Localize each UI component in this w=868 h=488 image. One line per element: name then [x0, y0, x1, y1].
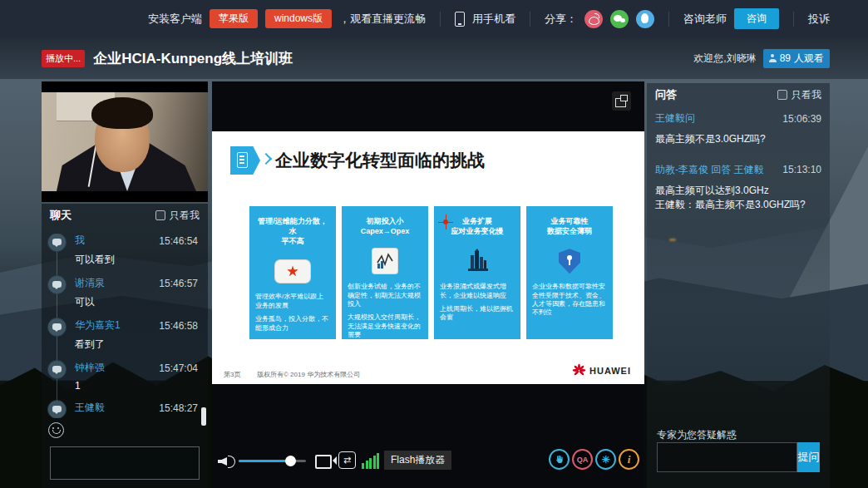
signal-strength-icon: [362, 452, 382, 469]
chat-timestamp: 15:48:27: [159, 402, 198, 414]
volume-slider-thumb[interactable]: [285, 456, 296, 466]
share-qq-icon[interactable]: [636, 10, 654, 28]
target-crosshair-icon: [440, 216, 451, 228]
watch-on-mobile-link[interactable]: 用手机看: [472, 12, 515, 27]
only-me-label: 只看我: [792, 88, 821, 102]
question-input[interactable]: [657, 442, 797, 472]
qa-asker-name: 王健毅问: [655, 111, 695, 126]
chat-input[interactable]: [50, 446, 200, 480]
presenter-webcam-video: [42, 81, 208, 202]
chat-header: 聊天 只看我: [42, 204, 208, 227]
chat-only-me-toggle[interactable]: 只看我: [155, 209, 200, 223]
share-wechat-icon[interactable]: [610, 10, 629, 28]
chat-message: 华为嘉宾115:46:58 看到了: [42, 318, 208, 352]
apple-version-button[interactable]: 苹果版: [210, 9, 258, 28]
divider: [530, 12, 530, 27]
chat-timestamp: 15:46:54: [159, 235, 198, 247]
security-shield-icon: [559, 249, 580, 274]
card-paragraph: 大规模投入交付周期长，无法满足业务快速变化的需要: [348, 313, 422, 339]
card-title-line: 业务扩展: [462, 217, 492, 225]
slide-page-number: 第3页: [224, 370, 240, 379]
qa-ask-row: 提问: [657, 442, 820, 472]
chat-sender-name: 谢清泉: [75, 276, 105, 290]
windows-version-button[interactable]: windows版: [265, 9, 332, 28]
chat-bubble-avatar-icon: [47, 318, 67, 337]
live-webinar-page: 安装客户端 苹果版 windows版 ，观看直播更流畅 用手机看 分享： 咨询老…: [0, 0, 868, 488]
divider: [793, 12, 794, 27]
chat-bubble-avatar-icon: [47, 234, 67, 252]
install-client-label: 安装客户端: [148, 12, 202, 27]
chat-timestamp: 15:47:04: [159, 362, 198, 374]
only-me-label: 只看我: [170, 209, 200, 223]
chat-message-text: 可以看到: [75, 253, 198, 267]
info-icon[interactable]: i: [619, 449, 639, 470]
qa-title: 问答: [655, 87, 677, 102]
challenge-card-3: 业务扩展应对业务变化慢 业务浪涌式或爆发式增长，企业难以快速响应 上线周期长，难…: [434, 206, 520, 339]
player-controls: ⇄ Flash播放器 QA ✳ i: [212, 446, 644, 479]
speaker-icon[interactable]: [218, 454, 236, 469]
buildings-icon: [463, 247, 491, 275]
trend-chart-icon: [372, 249, 397, 274]
chat-scrollbar[interactable]: [201, 407, 206, 426]
card-paragraph: 业务浪涌式或爆发式增长，企业难以快速响应: [440, 283, 515, 300]
card-paragraph: 上线周期长，难以把握机会窗: [440, 305, 515, 323]
slide-copyright: 版权所有© 2019 华为技术有限公司: [257, 370, 360, 379]
complaint-link[interactable]: 投诉: [808, 12, 830, 27]
chat-bubble-avatar-icon: [47, 360, 67, 379]
viewer-count-badge: 89 人观看: [763, 49, 830, 68]
share-weibo-icon[interactable]: [584, 10, 603, 28]
huawei-logo-text: HUAWEI: [589, 366, 631, 376]
chat-message-text: 1: [75, 380, 198, 392]
qa-footer-label: 专家为您答疑解惑: [657, 428, 737, 442]
camera-icon[interactable]: [315, 453, 337, 468]
settings-icon[interactable]: ✳: [595, 449, 616, 470]
qa-only-me-toggle[interactable]: 只看我: [777, 88, 821, 102]
chat-message: 王健毅15:48:27 1: [42, 401, 208, 418]
qa-header: 问答 只看我: [647, 83, 830, 106]
chat-sender-name: 我: [75, 234, 85, 248]
cloud-burst-icon: [275, 260, 310, 283]
challenge-card-2: 初期投入小Capex→Opex 创新业务试错，业务的不确定性，初期无法大规模投入…: [342, 206, 428, 339]
card-title-line: 应对业务变化慢: [451, 227, 504, 235]
qa-button-icon[interactable]: QA: [572, 449, 593, 470]
checkbox-icon[interactable]: [777, 90, 787, 100]
volume-slider[interactable]: [239, 460, 306, 462]
checkbox-icon[interactable]: [155, 210, 165, 220]
switch-view-icon[interactable]: ⇄: [338, 451, 356, 469]
huawei-logo: HUAWEI: [572, 363, 631, 377]
chat-sender-name: 华为嘉宾1: [75, 318, 121, 333]
chat-sender-name: 王健毅: [75, 401, 105, 415]
qa-text-line: 最高主频不是3.0GHZ吗?: [655, 132, 821, 146]
qa-text-line: 最高主频可以达到3.0GHz: [655, 184, 821, 198]
qa-panel: 问答 只看我 王健毅问15:06:39 最高主频不是3.0GHZ吗? 助教-李嘉…: [647, 83, 830, 488]
presentation-slide: 企业数字化转型面临的挑战 管理/运维能力分散，水平不高 管理效率/水平难以跟上业…: [212, 131, 644, 384]
document-glyph: [237, 152, 248, 168]
divider: [668, 12, 669, 27]
chat-title: 聊天: [50, 208, 72, 223]
presenter-hair: [91, 97, 153, 129]
consult-button[interactable]: 咨询: [734, 8, 779, 29]
phone-icon: [455, 12, 465, 27]
slide-title: 企业数字化转型面临的挑战: [275, 149, 485, 172]
page-title: 企业HCIA-Kunpeng线上培训班: [93, 49, 293, 68]
qa-item: 助教-李嘉俊 回答 王健毅15:13:10 最高主频可以达到3.0GHz 王健毅…: [647, 160, 830, 219]
card-title-line: 平不高: [282, 237, 304, 245]
layout-swap-icon[interactable]: [612, 91, 631, 111]
flash-player-label: Flash播放器: [384, 451, 451, 470]
raise-hand-icon[interactable]: [549, 449, 570, 470]
viewer-label: 人观看: [794, 52, 824, 66]
chevron-right-icon: [260, 153, 272, 165]
chat-message-list: 我15:46:54 可以看到 谢清泉15:46:57 可以 华为嘉宾115:46…: [42, 234, 208, 418]
huawei-flower-icon: [572, 363, 586, 377]
card-title-line: Capex→Opex: [361, 227, 410, 235]
qa-timestamp: 15:06:39: [782, 113, 821, 125]
chat-timestamp: 15:46:57: [159, 278, 198, 289]
chat-message: 钟梓强15:47:04 1: [42, 361, 208, 392]
main-video-player: 企业数字化转型面临的挑战 管理/运维能力分散，水平不高 管理效率/水平难以跟上业…: [212, 81, 644, 488]
ask-question-button[interactable]: 提问: [797, 442, 820, 472]
chat-message: 谢清泉15:46:57 可以: [42, 276, 208, 309]
chat-bubble-avatar-icon: [47, 275, 67, 294]
divider: [440, 12, 441, 27]
emoji-picker-button[interactable]: [48, 422, 64, 438]
qa-answerer-name: 助教-李嘉俊 回答 王健毅: [655, 163, 764, 177]
